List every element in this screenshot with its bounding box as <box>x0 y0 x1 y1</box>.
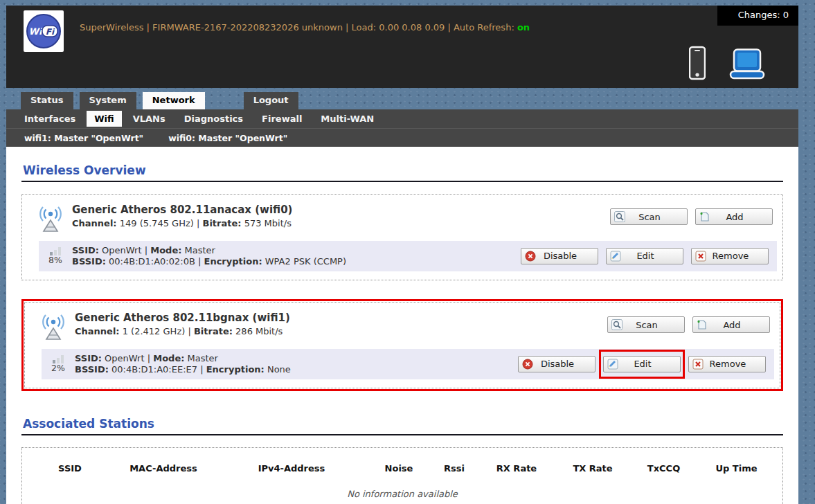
channel-label: Channel: <box>72 218 117 228</box>
main-content: Wireless Overview Generic Atheros 802.11… <box>6 147 798 504</box>
disable-button-wifi1[interactable]: Disable <box>518 356 595 372</box>
col-txccq: TxCCQ <box>631 463 697 474</box>
subtab-wifi[interactable]: Wifi <box>87 111 121 127</box>
channel-value: 1 (2.412 GHz) <box>123 326 186 336</box>
status-text: SuperWireless | FIRMWARE-2167-2022082320… <box>80 22 514 33</box>
laptop-icon[interactable] <box>729 48 765 80</box>
encryption-label: Encryption: <box>204 256 262 267</box>
signal-percent: 2% <box>46 363 71 373</box>
disable-icon <box>522 359 533 370</box>
disable-label: Disable <box>533 359 582 369</box>
separator: | <box>200 364 203 375</box>
network-row-wifi0: 8% SSID: OpenWrt | Mode: Master BSSID: 0… <box>39 241 777 271</box>
subtab-vlans[interactable]: VLANs <box>125 111 173 127</box>
wifi-logo-icon: Wi Fi <box>26 12 62 50</box>
bssid-value: 00:4B:D1:A0:02:0B <box>109 256 195 267</box>
mode-label: Mode: <box>153 353 184 363</box>
subtab-firewall[interactable]: Firewall <box>254 111 310 127</box>
view-mode-icons <box>689 46 765 80</box>
signal-percent: 8% <box>43 255 68 265</box>
edit-icon <box>610 251 621 262</box>
disable-icon <box>525 251 536 262</box>
add-button-wifi1[interactable]: Add <box>692 316 770 333</box>
edit-label: Edit <box>621 251 670 261</box>
bitrate-value: 286 Mbit/s <box>235 326 283 336</box>
auto-refresh-state: on <box>517 22 530 33</box>
tab-logout[interactable]: Logout <box>244 92 298 109</box>
channel-value: 149 (5.745 GHz) <box>120 218 194 228</box>
add-icon <box>699 211 710 222</box>
ssid-value: OpenWrt <box>102 245 141 255</box>
edit-label: Edit <box>618 359 667 369</box>
subtab-interfaces[interactable]: Interfaces <box>17 111 83 127</box>
scan-label: Scan <box>623 320 671 330</box>
col-up-time: Up Time <box>697 463 776 474</box>
ssid-label: SSID: <box>72 245 99 255</box>
separator: | <box>145 245 147 255</box>
separator: | <box>197 218 199 228</box>
subtab-multiwan[interactable]: Multi-WAN <box>313 111 382 127</box>
tab-system[interactable]: System <box>80 92 136 109</box>
radio-meta: Channel: 1 (2.412 GHz) | Bitrate: 286 Mb… <box>75 326 607 336</box>
disable-button-wifi0[interactable]: Disable <box>521 248 598 264</box>
remove-button-wifi0[interactable]: Remove <box>691 248 769 264</box>
page-frame: Wi Fi SuperWireless | FIRMWARE-2167-2022… <box>6 6 798 504</box>
wifi0-link[interactable]: wifi0: Master "OpenWrt" <box>161 130 295 146</box>
mode-value: Master <box>185 245 215 255</box>
no-information-row: No information available <box>29 489 776 499</box>
mode-label: Mode: <box>150 245 181 255</box>
mode-value: Master <box>188 353 218 363</box>
col-rssi: Rssi <box>430 463 478 474</box>
scan-button-wifi1[interactable]: Scan <box>607 316 685 333</box>
changes-badge[interactable]: Changes: 0 <box>717 6 798 26</box>
scan-button-wifi0[interactable]: Scan <box>610 208 688 225</box>
bitrate-label: Bitrate: <box>194 326 233 336</box>
scan-icon <box>614 211 625 222</box>
associated-stations-table: SSID MAC-Address IPv4-Address Noise Rssi… <box>21 447 783 504</box>
channel-label: Channel: <box>75 326 120 336</box>
scan-label: Scan <box>625 212 674 222</box>
tab-network[interactable]: Network <box>143 92 205 109</box>
bssid-value: 00:4B:D1:A0:EE:E7 <box>111 364 197 375</box>
ssid-label: SSID: <box>75 353 102 363</box>
remove-label: Remove <box>704 359 752 369</box>
remove-button-wifi1[interactable]: Remove <box>688 356 766 372</box>
disable-label: Disable <box>536 251 584 261</box>
col-tx-rate: TX Rate <box>555 463 631 474</box>
firmware-status-line: SuperWireless | FIRMWARE-2167-2022082320… <box>80 22 530 33</box>
main-nav: Status System Network Logout <box>21 92 798 109</box>
signal-indicator: 2% <box>46 354 71 373</box>
remove-icon <box>695 251 706 262</box>
radio-name: Generic Atheros 802.11bgnax (wifi1) <box>75 312 607 324</box>
radio-antenna-icon <box>37 312 69 342</box>
subtab-diagnostics[interactable]: Diagnostics <box>177 111 251 127</box>
add-button-wifi0[interactable]: Add <box>695 208 773 225</box>
svg-text:Wi: Wi <box>29 26 43 37</box>
highlight-annotation-card: Generic Atheros 802.11bgnax (wifi1) Chan… <box>21 299 783 391</box>
associated-stations-title: Associated Stations <box>21 410 783 435</box>
ssid-value: OpenWrt <box>105 353 144 363</box>
encryption-value: None <box>267 364 291 375</box>
signal-indicator: 8% <box>43 246 68 265</box>
separator: | <box>188 326 190 336</box>
col-noise: Noise <box>368 463 430 474</box>
tab-status[interactable]: Status <box>21 92 73 109</box>
radio-card-wifi0: Generic Atheros 802.11anacax (wifi0) Cha… <box>21 194 783 280</box>
edit-button-wifi1[interactable]: Edit <box>603 356 681 372</box>
encryption-value: WPA2 PSK (CCMP) <box>265 256 346 267</box>
edit-button-wifi0[interactable]: Edit <box>606 248 683 264</box>
wifi-logo: Wi Fi <box>24 10 64 52</box>
radio-name: Generic Atheros 802.11anacax (wifi0) <box>72 204 610 216</box>
bssid-label: BSSID: <box>75 364 109 375</box>
phone-icon[interactable] <box>689 46 706 80</box>
add-icon <box>697 319 708 330</box>
svg-text:Fi: Fi <box>46 27 55 37</box>
bitrate-label: Bitrate: <box>203 218 242 228</box>
col-ipv4-address: IPv4-Address <box>215 463 368 474</box>
network-row-wifi1: 2% SSID: OpenWrt | Mode: Master BSSID: 0… <box>42 349 774 379</box>
edit-icon <box>607 359 618 370</box>
wireless-overview-title: Wireless Overview <box>21 156 783 182</box>
wifi1-link[interactable]: wifi1: Master "OpenWrt" <box>17 130 151 146</box>
col-ssid: SSID <box>28 463 111 474</box>
remove-icon <box>692 359 704 370</box>
